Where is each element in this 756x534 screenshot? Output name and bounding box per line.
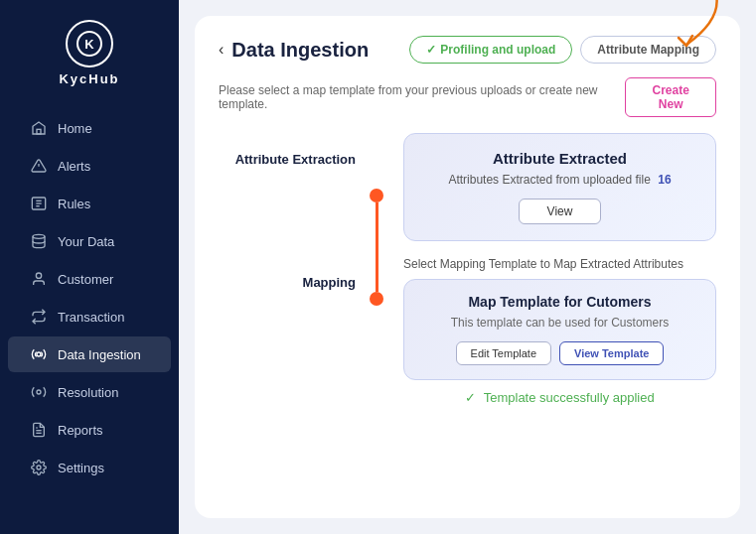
logo-circle: K	[66, 20, 113, 67]
svg-rect-2	[37, 129, 41, 134]
header-tabs: ✓Profiling and upload Attribute Mapping	[409, 36, 716, 64]
cards-section: Attribute Extracted Attributes Extracted…	[387, 133, 716, 405]
content-card: ‹ Data Ingestion ✓Profiling and upload A…	[195, 16, 740, 518]
map-card-actions: Edit Template View Template	[422, 341, 697, 365]
sidebar-item-settings[interactable]: Settings	[8, 450, 171, 485]
alert-icon	[30, 157, 48, 175]
home-icon	[30, 119, 48, 137]
svg-point-12	[37, 390, 41, 394]
timeline-dots	[366, 133, 387, 306]
mapping-label: Mapping	[303, 275, 356, 290]
svg-point-11	[37, 352, 41, 356]
back-button[interactable]: ‹	[219, 41, 224, 59]
rules-icon	[30, 195, 48, 212]
sidebar-item-your-data-label: Your Data	[58, 234, 114, 249]
sidebar-item-reports[interactable]: Reports	[8, 412, 171, 448]
sidebar-item-reports-label: Reports	[58, 423, 103, 438]
sidebar-item-transaction-label: Transaction	[58, 310, 124, 325]
sidebar: K KycHub Home Alerts Rules	[0, 0, 179, 534]
view-attributes-button[interactable]: View	[519, 199, 602, 224]
map-card-title: Map Template for Cutomers	[422, 294, 697, 310]
sub-header: Please select a map template from your p…	[219, 77, 716, 117]
page-title: Data Ingestion	[231, 39, 369, 62]
svg-point-10	[36, 273, 41, 278]
svg-point-9	[33, 234, 45, 238]
dot-2	[370, 292, 383, 306]
sidebar-item-home[interactable]: Home	[8, 110, 171, 146]
sidebar-item-rules[interactable]: Rules	[8, 186, 171, 221]
page-title-group: ‹ Data Ingestion	[219, 39, 369, 62]
main-area: ‹ Data Ingestion ✓Profiling and upload A…	[179, 0, 756, 534]
attribute-extraction-label: Attribute Extraction	[235, 152, 356, 167]
logo-area: K KycHub	[59, 20, 119, 86]
create-new-button[interactable]: Create New	[625, 77, 716, 117]
edit-template-button[interactable]: Edit Template	[456, 341, 551, 365]
page-header: ‹ Data Ingestion ✓Profiling and upload A…	[219, 36, 716, 64]
view-template-button[interactable]: View Template	[559, 341, 664, 365]
nav-list: Home Alerts Rules Your Data Customer	[0, 110, 179, 485]
sidebar-item-alerts[interactable]: Alerts	[8, 148, 171, 184]
attr-extraction-label-wrapper: Attribute Extraction	[227, 133, 356, 185]
sidebar-item-customer-label: Customer	[58, 272, 113, 287]
sub-header-text: Please select a map template from your p…	[219, 83, 625, 111]
mapping-label-wrapper: Mapping	[227, 264, 356, 300]
sidebar-item-customer[interactable]: Customer	[8, 261, 171, 297]
spacer1	[227, 185, 356, 264]
attr-card-title: Attribute Extracted	[422, 150, 697, 167]
attr-card-desc: Attributes Extracted from uploaded file …	[422, 173, 697, 187]
logo-text: KycHub	[59, 71, 119, 86]
sidebar-item-data-ingestion[interactable]: Data Ingestion	[8, 336, 171, 372]
check-icon: ✓	[426, 43, 436, 57]
data-icon	[30, 232, 48, 250]
map-template-card: Map Template for Cutomers This template …	[403, 279, 716, 380]
ingestion-icon	[30, 345, 48, 363]
resolution-icon	[30, 383, 48, 401]
dot-1	[370, 189, 383, 202]
sidebar-item-home-label: Home	[58, 121, 92, 136]
svg-point-15	[37, 466, 41, 469]
tab-profiling[interactable]: ✓Profiling and upload	[409, 36, 572, 64]
sidebar-item-resolution[interactable]: Resolution	[8, 374, 171, 410]
attr-count: 16	[658, 173, 671, 187]
sidebar-item-data-ingestion-label: Data Ingestion	[58, 347, 141, 362]
timeline-line	[376, 202, 378, 292]
map-card-desc: This template can be used for Customers	[422, 316, 697, 330]
sidebar-item-rules-label: Rules	[58, 197, 90, 211]
success-message: ✓ Template successfully applied	[403, 390, 716, 405]
select-mapping-text: Select Mapping Template to Map Extracted…	[403, 257, 716, 271]
reports-icon	[30, 421, 48, 439]
customer-icon	[30, 270, 48, 288]
settings-icon	[30, 459, 48, 476]
attribute-extracted-card: Attribute Extracted Attributes Extracted…	[403, 133, 716, 241]
sidebar-item-alerts-label: Alerts	[58, 159, 90, 174]
success-check-icon: ✓	[465, 390, 476, 405]
timeline-labels: Attribute Extraction Mapping	[227, 133, 366, 300]
svg-text:K: K	[84, 37, 94, 52]
sidebar-item-your-data[interactable]: Your Data	[8, 223, 171, 259]
transaction-icon	[30, 308, 48, 326]
tab-attribute-mapping[interactable]: Attribute Mapping	[580, 36, 716, 64]
sidebar-item-settings-label: Settings	[58, 461, 104, 475]
sidebar-item-resolution-label: Resolution	[58, 385, 118, 400]
sidebar-item-transaction[interactable]: Transaction	[8, 299, 171, 334]
